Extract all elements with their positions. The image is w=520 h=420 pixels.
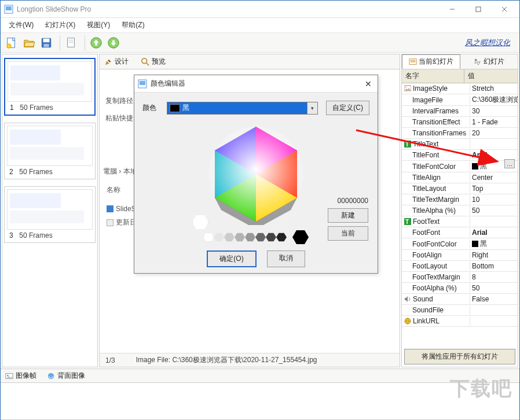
hex-color-picker[interactable] [192,123,320,227]
prop-header-value: 值 [464,69,478,83]
svg-line-17 [147,62,149,65]
watermark: 下载吧 [450,375,512,402]
save-project-button[interactable] [39,35,54,50]
menubar: 文件(W) 幻灯片(X) 视图(Y) 帮助(Z) [1,18,519,33]
translator-credit[interactable]: 风之暇想汉化 [465,38,516,48]
close-button[interactable] [491,1,517,17]
prop-row-foottextmargin[interactable]: FootTextMargin8 [402,272,518,283]
color-label: 颜色 [142,103,163,113]
prop-row-imagestyle[interactable]: ImageStyleStretch [402,83,518,94]
prop-row-titlelayout[interactable]: TitleLayoutTop [402,183,518,194]
tab-design[interactable]: 设计 [102,56,131,68]
svg-text:T: T [405,219,409,225]
prop-row-foottext[interactable]: TFootText [402,216,518,227]
move-down-button[interactable] [106,35,121,50]
ellipsis-button[interactable]: … [504,159,515,168]
custom-color-button[interactable]: 自定义(C) [326,101,369,115]
prop-row-footlayout[interactable]: FootLayoutBottom [402,261,518,272]
dialog-icon [138,79,147,89]
svg-point-16 [142,58,147,63]
color-hex-value: 00000000 [328,197,368,205]
svg-rect-10 [43,43,49,47]
open-project-button[interactable] [21,35,36,50]
image-icon [404,85,411,92]
tab-back-image[interactable]: 背面图像 [47,371,85,381]
dialog-title: 颜色编辑器 [151,79,356,89]
prop-row-titlealign[interactable]: TitleAlignCenter [402,172,518,183]
svg-rect-32 [140,81,145,85]
add-page-button[interactable] [64,35,79,50]
prop-row-footalpha[interactable]: FootAlpha (%)50 [402,283,518,294]
prop-row-footfontcolor[interactable]: FootFontColor黑 [402,238,518,250]
app-icon [4,5,13,14]
ok-button[interactable]: 确定(O) [207,250,256,267]
svg-rect-1 [6,6,12,10]
frame-thumb-3[interactable]: 3 50 Frames [4,186,96,243]
svg-point-20 [475,58,477,61]
chevron-down-icon: ▾ [307,102,317,114]
new-project-button[interactable] [4,35,19,50]
svg-point-29 [7,374,9,376]
right-tabs: 当前幻灯片 幻灯片 [402,54,518,69]
prop-header-name: 名字 [402,69,464,83]
prop-row-sound[interactable]: SoundFalse [402,294,518,305]
menu-file[interactable]: 文件(W) [3,19,39,31]
color-editor-dialog: 颜色编辑器 ✕ 颜色 黑 ▾ 自定义(C) [134,75,378,274]
minimize-button[interactable] [439,1,465,17]
tab-preview[interactable]: 预览 [139,56,168,68]
prop-row-transitioneffect[interactable]: TransitionEffect1 - Fade [402,117,518,128]
prop-row-transitionframes[interactable]: TransitionFrames20 [402,128,518,139]
tab-current-slide[interactable]: 当前幻灯片 [402,54,460,69]
tab-all-slides[interactable]: 幻灯片 [460,54,518,69]
window-title: Longtion SlideShow Pro [17,5,439,13]
frame-thumb-1[interactable]: 1 50 Frames [4,58,96,116]
prop-row-titlefont[interactable]: TitleFontArial [402,150,518,161]
dialog-close-button[interactable]: ✕ [356,79,374,89]
sound-icon [404,296,411,303]
prop-row-imagefile[interactable]: ImageFileC:\360极速浏览 [402,94,518,106]
prop-row-intervalframes[interactable]: IntervalFrames30 [402,106,518,117]
work-tabs: 设计 预览 [100,54,400,69]
prop-row-footfont[interactable]: FootFontArial [402,227,518,238]
image-file-label: Image File: C:\360极速浏览器下载\2020-11-27_155… [136,355,317,365]
move-up-button[interactable] [89,35,104,50]
maximize-button[interactable] [465,1,491,17]
svg-rect-13 [68,42,73,43]
prop-row-titletext[interactable]: TTitleText [402,139,518,150]
property-grid[interactable]: 名字 值 ImageStyleStretchImageFileC:\360极速浏… [402,69,518,347]
foottext-icon: T [404,218,411,225]
prop-row-titlefontcolor[interactable]: TitleFontColor黑 [402,161,518,172]
center-statusbar: 1/3 Image File: C:\360极速浏览器下载\2020-11-27… [100,353,400,367]
toolbar: 风之暇想汉化 [1,33,519,53]
link-icon [404,318,411,325]
new-color-button[interactable]: 新建 [328,208,368,223]
page-indicator: 1/3 [105,356,115,364]
prop-row-soundfile[interactable]: SoundFile [402,305,518,316]
cancel-button[interactable]: 取消 [267,250,305,267]
window-titlebar: Longtion SlideShow Pro [1,1,519,18]
svg-rect-19 [411,60,416,62]
prop-row-titlealpha[interactable]: TitleAlpha (%)50 [402,205,518,216]
svg-text:T: T [405,141,409,148]
current-color-button[interactable]: 当前 [328,226,368,241]
titletext-icon: T [404,141,411,148]
bottom-tabs: 图像帧 背面图像 [1,369,519,382]
menu-slide[interactable]: 幻灯片(X) [39,19,81,31]
svg-point-22 [405,87,407,88]
frames-panel: 1 50 Frames 2 50 Frames 3 50 Frames [2,54,98,367]
menu-view[interactable]: 视图(Y) [81,19,116,31]
color-dropdown[interactable]: 黑 ▾ [167,102,318,115]
svg-rect-3 [476,7,481,12]
tab-image-frame[interactable]: 图像帧 [5,371,36,381]
apply-to-all-button[interactable]: 将属性应用于所有幻灯片 [404,349,515,364]
color-swatch-icon [170,104,180,112]
prop-row-linkurl[interactable]: LinkURL [402,316,518,327]
prop-row-footalign[interactable]: FootAlignRight [402,250,518,261]
frame-thumb-2[interactable]: 2 50 Frames [4,123,96,179]
svg-rect-12 [68,39,73,40]
svg-point-7 [7,43,11,47]
black-hex-swatch[interactable] [292,230,309,245]
prop-row-titletextmargin[interactable]: TitleTextMargin10 [402,194,518,205]
menu-help[interactable]: 帮助(Z) [116,19,150,31]
bottom-area [1,382,519,419]
